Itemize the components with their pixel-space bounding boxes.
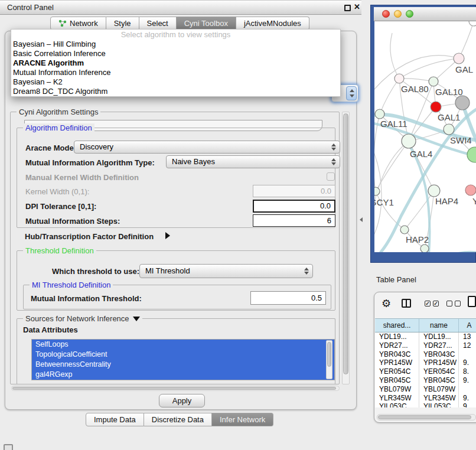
splitter-collapse-icon[interactable] — [360, 217, 363, 222]
network-node[interactable] — [400, 226, 409, 234]
aracne-mode-combo[interactable]: Discovery — [74, 141, 340, 154]
which-threshold-combo[interactable]: MI Threshold — [139, 264, 313, 278]
manual-kernel-width-checkbox[interactable] — [327, 172, 335, 181]
tab-discretize-data[interactable]: Discretize Data — [144, 413, 212, 426]
list-item[interactable]: gal4RGexp — [32, 370, 334, 380]
tab-network[interactable]: Network — [50, 17, 106, 30]
dpi-tolerance-field[interactable]: 0.0 — [253, 200, 335, 213]
table-cell[interactable]: YBR043C — [419, 350, 459, 359]
table-cell[interactable]: YER054C — [419, 367, 459, 376]
table-cell[interactable]: YBR045C — [375, 376, 419, 385]
table-cell[interactable]: YPR145W — [375, 358, 419, 367]
table-cell[interactable]: YBR043C — [375, 350, 419, 359]
table-cell[interactable]: 9. — [459, 376, 476, 385]
column-header[interactable]: A — [459, 319, 476, 332]
tab-impute-data[interactable]: Impute Data — [86, 413, 144, 426]
data-attributes-list[interactable]: SelfLoops TopologicalCoefficient Between… — [31, 339, 335, 380]
table-cell[interactable]: 9. — [459, 402, 476, 407]
kernel-width-field[interactable]: 0.0 — [253, 185, 335, 197]
table-cell[interactable]: YBL079W — [375, 385, 419, 394]
table-cell[interactable]: 12 — [459, 341, 476, 350]
mi-threshold-field[interactable]: 0.5 — [250, 291, 326, 305]
network-node[interactable] — [454, 53, 464, 64]
list-scrollbar-thumb[interactable] — [327, 342, 331, 367]
checkbox-unchecked-icon[interactable] — [446, 301, 452, 306]
collapse-down-icon[interactable] — [133, 317, 140, 321]
network-node[interactable] — [431, 102, 441, 112]
dropdown-option[interactable]: Mutual Information Inference — [11, 68, 340, 77]
mi-algorithm-type-combo[interactable]: Naive Bayes — [166, 155, 340, 168]
dropdown-option[interactable]: Bayesian – Hill Climbing — [11, 40, 340, 49]
table-hscrollbar-thumb[interactable] — [378, 415, 471, 419]
settings-hscrollbar[interactable] — [11, 386, 340, 391]
network-node[interactable] — [455, 96, 470, 110]
tab-infer-network[interactable]: Infer Network — [212, 413, 273, 426]
network-node[interactable] — [428, 185, 440, 197]
table-cell[interactable]: YBR045C — [419, 376, 459, 385]
column-header[interactable]: shared... — [375, 319, 419, 332]
table-row[interactable]: YDR27...YDR27...12 — [375, 341, 476, 350]
table-cell[interactable]: 8. — [459, 367, 476, 376]
table-row[interactable]: YPR145WYPR145W9. — [375, 358, 476, 367]
zoom-traffic-light-icon[interactable] — [406, 10, 413, 18]
settings-scrollbar-thumb[interactable] — [343, 113, 348, 374]
tab-style[interactable]: Style — [106, 17, 139, 30]
table-cell[interactable]: 9. — [459, 358, 476, 367]
checkbox-checked-icon[interactable]: ✓ — [433, 301, 439, 306]
mi-steps-field[interactable]: 6 — [253, 214, 335, 227]
tab-select[interactable]: Select — [139, 17, 177, 30]
table-cell[interactable]: YLR345W — [375, 394, 419, 403]
settings-scrollbar[interactable] — [342, 112, 350, 384]
network-node[interactable] — [395, 74, 404, 83]
table-row[interactable]: YBR043CYBR043C — [375, 350, 476, 359]
table-cell[interactable]: YDR27... — [419, 341, 459, 350]
table-cell[interactable]: YDR27... — [375, 341, 419, 350]
table-row[interactable]: YIL053CYIL053C9. — [375, 402, 476, 407]
dropdown-option[interactable]: ARACNE Algorithm — [11, 58, 340, 68]
gear-icon[interactable]: ⚙ — [382, 297, 391, 310]
dropdown-option[interactable]: Basic Correlation Inference — [11, 49, 340, 58]
close-icon[interactable]: ✕ — [354, 2, 360, 11]
list-item[interactable]: BetweennessCentrality — [32, 360, 334, 370]
table-row[interactable]: YDL19...YDL19...13 — [375, 332, 476, 341]
list-item[interactable]: SelfLoops — [32, 340, 334, 350]
minimize-traffic-light-icon[interactable] — [394, 10, 402, 18]
network-node[interactable] — [429, 77, 438, 86]
table-cell[interactable]: YLR345W — [419, 394, 459, 403]
tab-jactivemnodules[interactable]: jActiveMNodules — [236, 17, 309, 30]
list-scrollbar[interactable] — [326, 340, 332, 379]
columns-icon[interactable] — [402, 299, 411, 308]
table-row[interactable]: YER054CYER054C8. — [375, 367, 476, 376]
network-node[interactable] — [465, 185, 476, 195]
table-cell[interactable]: YIL053C — [419, 402, 459, 407]
checkbox-unchecked-icon[interactable] — [455, 301, 461, 306]
table-cell[interactable] — [459, 350, 476, 359]
close-traffic-light-icon[interactable] — [382, 10, 390, 18]
table-row[interactable]: YBR045CYBR045C9. — [375, 376, 476, 385]
checkbox-checked-icon[interactable]: ✓ — [425, 301, 431, 306]
apply-button[interactable]: Apply — [159, 394, 205, 407]
table-row[interactable]: YBL079WYBL079W — [375, 385, 476, 394]
float-window-icon[interactable] — [344, 5, 351, 11]
document-icon[interactable] — [468, 296, 476, 307]
table-cell[interactable] — [459, 385, 476, 394]
dropdown-option[interactable]: Dream8 DC_TDC Algorithm — [11, 87, 340, 96]
network-node[interactable] — [402, 134, 416, 148]
table-cell[interactable]: YDL19... — [375, 332, 419, 341]
dock-corner-icon[interactable] — [4, 444, 13, 450]
list-item[interactable]: TopologicalCoefficient — [32, 350, 334, 360]
network-node[interactable] — [375, 109, 384, 119]
network-node[interactable] — [444, 124, 454, 135]
table-cell[interactable]: YBL079W — [419, 385, 459, 394]
table-cell[interactable]: YER054C — [375, 367, 419, 376]
tab-cyni-toolbox[interactable]: Cyni Toolbox — [177, 17, 236, 30]
table-cell[interactable]: YPR145W — [419, 358, 459, 367]
network-node[interactable] — [374, 187, 380, 195]
table-row[interactable]: YLR345WYLR345W9. — [375, 394, 476, 403]
settings-hscrollbar-thumb[interactable] — [12, 387, 336, 390]
table-hscrollbar[interactable] — [377, 414, 476, 420]
table-cell[interactable]: 9. — [459, 394, 476, 403]
network-node[interactable] — [420, 244, 429, 252]
dropdown-option[interactable]: Bayesian – K2 — [11, 77, 340, 87]
table-cell[interactable]: YIL053C — [375, 402, 419, 407]
